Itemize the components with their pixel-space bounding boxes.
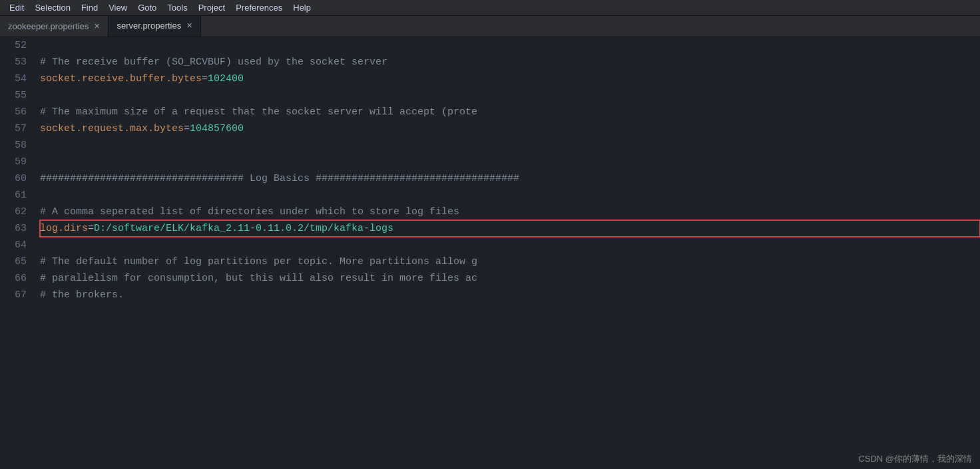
tab-server[interactable]: server.properties ✕ — [109, 16, 201, 37]
menu-project[interactable]: Project — [193, 1, 230, 14]
comment-53: # The receive buffer (SO_RCVBUF) used by… — [40, 54, 387, 71]
comment-67: # the brokers. — [40, 287, 124, 303]
menu-find[interactable]: Find — [76, 1, 103, 14]
comment-56: # The maximum size of a request that the… — [40, 104, 477, 120]
ln-67: 67 — [11, 287, 27, 303]
code-area: 52 53 54 55 56 57 58 59 60 61 62 63 64 6… — [0, 37, 980, 468]
code-line-56: # The maximum size of a request that the… — [40, 104, 980, 120]
val-54: 102400 — [208, 71, 244, 87]
menu-view[interactable]: View — [103, 1, 132, 14]
menu-goto[interactable]: Goto — [132, 1, 162, 14]
menu-help[interactable]: Help — [288, 1, 316, 14]
comment-66: # parallelism for consumption, but this … — [40, 270, 477, 287]
code-line-60: ################################## Log B… — [40, 170, 980, 187]
ln-59: 59 — [11, 154, 27, 170]
ln-57: 57 — [11, 120, 27, 137]
menu-selection[interactable]: Selection — [29, 1, 75, 14]
code-line-59 — [40, 154, 980, 170]
menu-preferences[interactable]: Preferences — [230, 1, 288, 14]
val-63: D:/software/ELK/kafka_2.11-0.11.0.2/tmp/… — [94, 220, 393, 237]
code-line-54: socket.receive.buffer.bytes=102400 — [40, 71, 980, 87]
watermark: CSDN @你的薄情，我的深情 — [858, 453, 972, 465]
ln-56: 56 — [11, 104, 27, 120]
code-line-58 — [40, 137, 980, 154]
menubar: Edit Selection Find View Goto Tools Proj… — [0, 0, 980, 16]
tab-zookeeper[interactable]: zookeeper.properties ✕ — [0, 16, 109, 37]
ln-52: 52 — [11, 37, 27, 54]
code-line-53: # The receive buffer (SO_RCVBUF) used by… — [40, 54, 980, 71]
code-line-67: # the brokers. — [40, 287, 980, 303]
key-54: socket.receive.buffer.bytes — [40, 71, 202, 87]
key-57: socket.request.max.bytes — [40, 120, 184, 137]
code-line-52 — [40, 37, 980, 54]
tab-zookeeper-label: zookeeper.properties — [8, 21, 89, 31]
tab-server-label: server.properties — [117, 21, 181, 31]
editor: 52 53 54 55 56 57 58 59 60 61 62 63 64 6… — [0, 37, 980, 468]
menu-edit[interactable]: Edit — [4, 1, 29, 14]
ln-55: 55 — [11, 87, 27, 104]
tab-server-close[interactable]: ✕ — [186, 22, 192, 29]
eq-57: = — [184, 120, 190, 137]
ln-64: 64 — [11, 237, 27, 253]
ln-53: 53 — [11, 54, 27, 71]
ln-58: 58 — [11, 137, 27, 154]
comment-65: # The default number of log partitions p… — [40, 253, 477, 270]
code-line-62: # A comma seperated list of directories … — [40, 204, 980, 220]
key-63: log.dirs — [40, 220, 88, 237]
code-line-55 — [40, 87, 980, 104]
ln-60: 60 — [11, 170, 27, 187]
ln-66: 66 — [11, 270, 27, 287]
ln-54: 54 — [11, 71, 27, 87]
comment-60: ################################## Log B… — [40, 170, 519, 187]
code-line-63: log.dirs=D:/software/ELK/kafka_2.11-0.11… — [40, 220, 980, 237]
code-line-57: socket.request.max.bytes=104857600 — [40, 120, 980, 137]
val-57: 104857600 — [190, 120, 244, 137]
ln-63: 63 — [11, 220, 27, 237]
eq-54: = — [202, 71, 208, 87]
code-line-61 — [40, 187, 980, 204]
tabbar: zookeeper.properties ✕ server.properties… — [0, 16, 980, 37]
menu-tools[interactable]: Tools — [162, 1, 192, 14]
eq-63: = — [88, 220, 94, 237]
ln-65: 65 — [11, 253, 27, 270]
code-line-66: # parallelism for consumption, but this … — [40, 270, 980, 287]
line-numbers: 52 53 54 55 56 57 58 59 60 61 62 63 64 6… — [0, 37, 35, 468]
code-line-65: # The default number of log partitions p… — [40, 253, 980, 270]
tab-zookeeper-close[interactable]: ✕ — [94, 23, 100, 30]
ln-61: 61 — [11, 187, 27, 204]
ln-62: 62 — [11, 204, 27, 220]
comment-62: # A comma seperated list of directories … — [40, 204, 459, 220]
code-content[interactable]: # The receive buffer (SO_RCVBUF) used by… — [35, 37, 980, 468]
code-line-64 — [40, 237, 980, 253]
